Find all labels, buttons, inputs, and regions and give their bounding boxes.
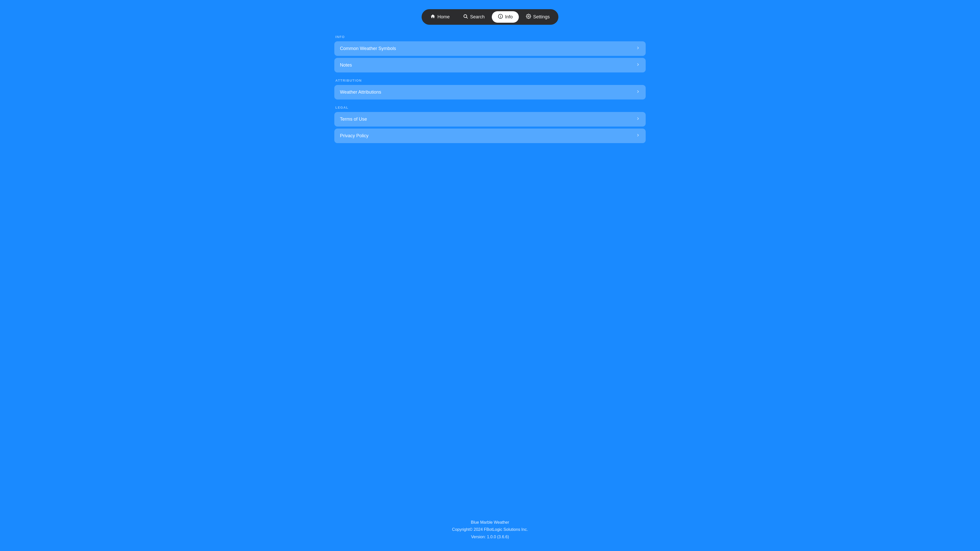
section-legal: LEGALTerms of UsePrivacy Policy [334, 106, 646, 143]
version: Version: 1.0.0 (3.6.6) [452, 534, 528, 541]
nav-label-settings: Settings [533, 14, 550, 20]
list-item[interactable]: Weather Attributions [334, 85, 646, 100]
nav-label-info: Info [505, 14, 513, 20]
svg-line-1 [466, 17, 468, 19]
list-item-label: Terms of Use [340, 117, 367, 122]
list-item-label: Common Weather Symbols [340, 46, 396, 51]
nav-item-info[interactable]: Info [492, 11, 519, 23]
list-item[interactable]: Privacy Policy [334, 129, 646, 143]
chevron-right-icon [636, 133, 640, 138]
list-item-label: Weather Attributions [340, 89, 381, 95]
svg-point-0 [464, 14, 467, 17]
search-icon [463, 14, 468, 20]
app-name: Blue Marble Weather [452, 519, 528, 526]
list-item[interactable]: Common Weather Symbols [334, 41, 646, 56]
main-content: INFOCommon Weather SymbolsNotesATTRIBUTI… [319, 35, 661, 503]
footer: Blue Marble Weather Copyright© 2024 FBot… [452, 503, 528, 551]
nav-item-settings[interactable]: Settings [520, 11, 556, 23]
settings-icon [526, 14, 531, 20]
section-label-legal: LEGAL [335, 106, 646, 110]
list-item-label: Privacy Policy [340, 133, 369, 138]
nav-item-search[interactable]: Search [457, 11, 491, 23]
list-item[interactable]: Notes [334, 58, 646, 73]
section-info: INFOCommon Weather SymbolsNotes [334, 35, 646, 73]
list-item[interactable]: Terms of Use [334, 112, 646, 127]
section-label-info: INFO [335, 35, 646, 39]
chevron-right-icon [636, 117, 640, 122]
navigation-bar: HomeSearchInfoSettings [422, 9, 558, 25]
section-attribution: ATTRIBUTIONWeather Attributions [334, 79, 646, 100]
nav-label-home: Home [438, 14, 450, 20]
chevron-right-icon [636, 62, 640, 68]
chevron-right-icon [636, 46, 640, 51]
list-item-label: Notes [340, 62, 352, 68]
nav-item-home[interactable]: Home [424, 11, 456, 23]
info-icon [498, 14, 503, 20]
home-icon [430, 14, 435, 20]
chevron-right-icon [636, 89, 640, 95]
section-label-attribution: ATTRIBUTION [335, 79, 646, 83]
nav-label-search: Search [470, 14, 485, 20]
copyright: Copyright© 2024 FBotLogic Solutions Inc. [452, 526, 528, 534]
